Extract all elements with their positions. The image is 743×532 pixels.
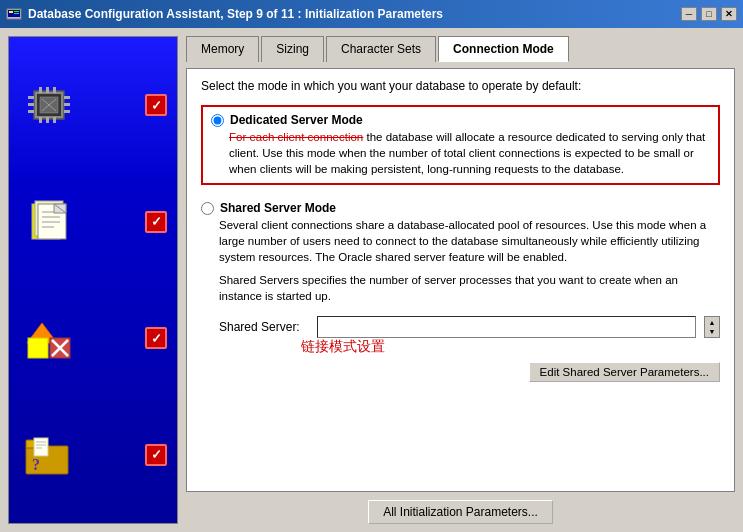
dedicated-server-section: Dedicated Server Mode For each client co… <box>201 105 720 185</box>
spinner-down-icon[interactable]: ▼ <box>709 328 716 335</box>
svg-rect-10 <box>39 117 42 123</box>
tab-sizing[interactable]: Sizing <box>261 36 324 62</box>
svg-rect-11 <box>46 117 49 123</box>
all-params-row: All Initialization Parameters... <box>186 500 735 524</box>
shared-server-field-label: Shared Server: <box>219 320 309 334</box>
minimize-button[interactable]: ─ <box>681 7 697 21</box>
title-text: Database Configuration Assistant, Step 9… <box>28 7 443 21</box>
content-area: Select the mode in which you want your d… <box>186 68 735 492</box>
tab-memory[interactable]: Memory <box>186 36 259 62</box>
app-icon <box>6 6 22 22</box>
shared-server-label[interactable]: Shared Server Mode <box>220 201 336 215</box>
svg-text:?: ? <box>32 456 40 473</box>
edit-shared-server-button[interactable]: Edit Shared Server Parameters... <box>529 362 720 382</box>
shared-server-desc1: Several client connections share a datab… <box>201 217 720 265</box>
svg-rect-32 <box>28 338 48 358</box>
svg-rect-18 <box>64 110 70 113</box>
all-params-button[interactable]: All Initialization Parameters... <box>368 500 553 524</box>
svg-rect-17 <box>64 103 70 106</box>
shapes-icon <box>19 313 79 363</box>
shared-server-desc2: Shared Servers specifies the number of s… <box>201 272 720 304</box>
svg-rect-15 <box>28 110 34 113</box>
close-button[interactable]: ✕ <box>721 7 737 21</box>
svg-rect-12 <box>53 117 56 123</box>
shared-server-section: Shared Server Mode Several client connec… <box>201 201 720 381</box>
check-badge-4: ✓ <box>145 444 167 466</box>
left-panel: ✓ ✓ <box>8 36 178 524</box>
shared-server-input-row: Shared Server: ▲ ▼ <box>201 316 720 338</box>
check-badge-3: ✓ <box>145 327 167 349</box>
tab-charset[interactable]: Character Sets <box>326 36 436 62</box>
shared-server-radio[interactable] <box>201 202 214 215</box>
folder-icon: ? <box>19 430 79 480</box>
svg-rect-13 <box>28 96 34 99</box>
chinese-hint: 链接模式设置 <box>201 338 720 356</box>
svg-rect-3 <box>14 11 19 12</box>
tab-connection-mode[interactable]: Connection Mode <box>438 36 569 62</box>
svg-rect-8 <box>46 87 49 93</box>
chip-icon <box>19 80 79 130</box>
left-icon-doc-row: ✓ <box>19 193 167 251</box>
left-icon-folder-row: ? ✓ <box>19 426 167 484</box>
doc-icon <box>19 197 79 247</box>
left-icon-chip-row: ✓ <box>19 76 167 134</box>
dedicated-highlight-text: For each client connection <box>229 131 363 143</box>
svg-rect-16 <box>64 96 70 99</box>
mode-description: Select the mode in which you want your d… <box>201 79 720 93</box>
maximize-button[interactable]: □ <box>701 7 717 21</box>
tabs-row: Memory Sizing Character Sets Connection … <box>186 36 735 62</box>
svg-rect-4 <box>14 13 19 14</box>
svg-rect-14 <box>28 103 34 106</box>
spinner-up-icon[interactable]: ▲ <box>709 319 716 326</box>
shared-server-spinner[interactable]: ▲ ▼ <box>704 316 720 338</box>
svg-rect-38 <box>34 438 48 456</box>
svg-rect-2 <box>9 11 13 13</box>
shared-server-input[interactable] <box>317 316 696 338</box>
check-badge-1: ✓ <box>145 94 167 116</box>
title-bar: Database Configuration Assistant, Step 9… <box>0 0 743 28</box>
svg-rect-9 <box>53 87 56 93</box>
check-badge-2: ✓ <box>145 211 167 233</box>
svg-rect-7 <box>39 87 42 93</box>
left-icon-shapes-row: ✓ <box>19 309 167 367</box>
dedicated-server-radio[interactable] <box>211 114 224 127</box>
dedicated-server-label[interactable]: Dedicated Server Mode <box>230 113 363 127</box>
dedicated-server-desc: For each client connection the database … <box>211 129 710 177</box>
